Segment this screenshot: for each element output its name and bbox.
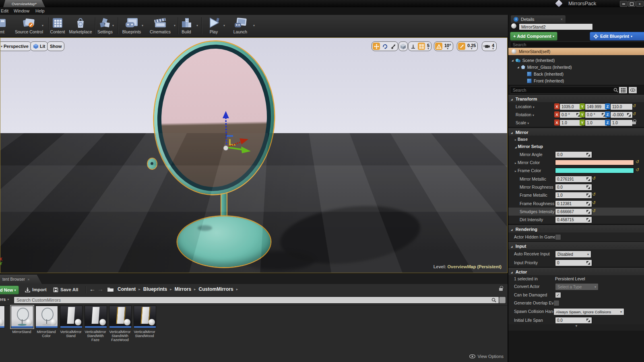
viewport-3d[interactable]: ▾ Perspective Lit Show 5▾ 10: [0, 37, 508, 273]
revert-button[interactable]: ↺: [636, 167, 639, 173]
save-search-button[interactable]: [499, 297, 506, 303]
close-button[interactable]: ×: [636, 1, 644, 7]
convert-actor-dropdown[interactable]: Select a Type▾: [555, 283, 599, 290]
revert-button[interactable]: ↺: [632, 111, 636, 117]
revert-button[interactable]: ↺: [636, 159, 639, 165]
filters-button[interactable]: ilters ▾: [0, 297, 9, 302]
component-row-self[interactable]: MirrorStand(self): [508, 48, 644, 55]
revert-button[interactable]: ↺: [592, 192, 596, 197]
grid-snap-toggle[interactable]: [418, 43, 425, 50]
section-rendering[interactable]: ◢ Rendering: [508, 225, 644, 233]
asset-thumb-cut[interactable]: [0, 306, 5, 328]
rotation-label[interactable]: Rotation ▾: [516, 112, 534, 117]
spinner-icon[interactable]: [586, 202, 590, 206]
component-row-scene[interactable]: ◢ Scene (Inherited): [512, 57, 555, 64]
spinner-icon[interactable]: [586, 218, 590, 222]
scale-x-field[interactable]: 1.0: [559, 119, 582, 126]
component-row-back[interactable]: Back (Inherited): [527, 70, 564, 77]
component-row-front[interactable]: Front (Inherited): [527, 77, 564, 84]
section-mirror[interactable]: ◢ Mirror: [508, 128, 644, 136]
maximize-button[interactable]: [628, 1, 636, 7]
frame-roughness-field[interactable]: 0.12381: [555, 200, 592, 207]
toolbar-source-control-button[interactable]: Source Control: [16, 16, 42, 34]
toolbar-save-current-button[interactable]: rrent: [0, 16, 13, 34]
camera-speed-group[interactable]: 4▾: [482, 41, 497, 51]
mirror-base-row[interactable]: ▸ Base: [508, 136, 644, 143]
surface-snap-button[interactable]: [409, 43, 417, 50]
details-tab-close-icon[interactable]: ×: [561, 17, 563, 21]
spinner-icon[interactable]: [586, 319, 590, 322]
mirror-metallic-field[interactable]: 0.276191: [555, 176, 592, 183]
mirror-stand-base[interactable]: [178, 216, 270, 267]
transform-gizmo[interactable]: [202, 109, 254, 158]
minimize-button[interactable]: [620, 1, 627, 7]
details-expand-more-button[interactable]: ▼: [508, 324, 644, 331]
launch-caret-icon[interactable]: ▾: [253, 24, 255, 27]
lit-mode-button[interactable]: Lit: [30, 41, 48, 51]
add-component-button[interactable]: + Add Component ▾: [510, 32, 557, 41]
section-actor[interactable]: ◢ Actor: [508, 268, 644, 276]
import-button[interactable]: Import: [25, 286, 47, 294]
revert-button[interactable]: ↺: [592, 208, 596, 214]
components-filter-input[interactable]: Search: [510, 41, 644, 48]
show-menu-button[interactable]: Show: [47, 41, 64, 51]
mirror-color-swatch[interactable]: [555, 160, 634, 165]
rotation-y-field[interactable]: 0.0 °: [585, 111, 607, 118]
toolbar-content-button[interactable]: Content: [45, 16, 70, 34]
rotation-snap-value[interactable]: 10°▾: [444, 43, 452, 49]
tab-close-icon[interactable]: ×: [27, 278, 29, 282]
input-priority-field[interactable]: 0: [555, 259, 592, 266]
scale-snap-toggle[interactable]: [458, 43, 465, 50]
spinner-icon[interactable]: [586, 210, 590, 214]
component-row-mirror-glass[interactable]: ◢ Mirror_Glass (Inherited): [517, 64, 572, 70]
asset-search-input[interactable]: Search CustomMirrors: [14, 296, 499, 304]
expander-icon[interactable]: ◢: [512, 59, 514, 62]
spinner-icon[interactable]: [586, 193, 590, 197]
add-new-button[interactable]: d New ▾: [0, 286, 19, 294]
menu-window[interactable]: Window: [14, 8, 29, 13]
content-browser-tab[interactable]: tent Browser ×: [0, 275, 42, 284]
rotation-z-field[interactable]: -0.000: [610, 111, 633, 118]
spinner-icon[interactable]: [586, 261, 590, 265]
nav-back-button[interactable]: ←: [89, 286, 95, 292]
edit-blueprint-button[interactable]: Edit Blueprint ▾: [590, 32, 644, 41]
toolbar-cinematics-button[interactable]: Cinematics: [147, 16, 173, 34]
mirror-roughness-field[interactable]: 0.0: [555, 184, 592, 191]
breadcrumb-custommirrors[interactable]: CustomMirrors: [199, 286, 233, 292]
scale-y-field[interactable]: 1.0: [585, 119, 607, 126]
scale-tool-button[interactable]: [390, 43, 397, 50]
asset-thumb-verticalmirrorstandwood[interactable]: [134, 306, 156, 328]
level-indicator[interactable]: Level: OverviewMap (Persistent): [433, 264, 502, 269]
rotation-x-field[interactable]: 0.0 °: [559, 111, 582, 118]
toolbar-play-button[interactable]: Play: [201, 16, 227, 34]
mirror-angle-field[interactable]: 0.0: [555, 151, 592, 158]
frame-color-swatch[interactable]: [555, 168, 634, 173]
spinner-icon[interactable]: [586, 153, 590, 156]
can-be-damaged-checkbox[interactable]: ✓: [555, 292, 561, 298]
blueprints-caret-icon[interactable]: ▾: [142, 24, 143, 27]
settings-caret-icon[interactable]: ▾: [112, 24, 114, 27]
toolbar-settings-button[interactable]: Settings: [92, 16, 118, 34]
location-label[interactable]: Location ▾: [516, 104, 535, 109]
toolbar-marketplace-button[interactable]: Marketplace: [68, 16, 93, 34]
grid-snap-value[interactable]: 5▾: [426, 43, 430, 49]
section-input[interactable]: ◢ Input: [508, 242, 644, 250]
expander-icon[interactable]: ◢: [517, 66, 519, 68]
toolbar-launch-button[interactable]: Launch: [227, 16, 253, 34]
lock-sources-icon[interactable]: [499, 288, 503, 291]
breadcrumb-content[interactable]: Content: [118, 286, 136, 292]
perspective-button[interactable]: ▾ Perspective: [0, 41, 31, 51]
revert-button[interactable]: ↺: [592, 200, 596, 206]
breadcrumb-mirrors[interactable]: Mirrors: [175, 286, 191, 292]
revert-button[interactable]: ↺: [632, 103, 636, 109]
scale-snap-value[interactable]: 0.25▾: [466, 43, 477, 49]
location-x-field[interactable]: 1035.0: [559, 103, 582, 110]
section-transform[interactable]: ◢ Transform: [508, 95, 644, 103]
scale-label[interactable]: Scale ▾: [516, 120, 529, 125]
asset-thumb-verticalmirrorstandwithfazewood[interactable]: [109, 306, 132, 328]
rotation-snap-toggle[interactable]: [435, 43, 442, 50]
dirt-intensity-field[interactable]: 0.458715: [555, 216, 592, 223]
details-tab[interactable]: i Details ×: [511, 15, 566, 23]
display-options-button[interactable]: [628, 86, 637, 94]
save-all-button[interactable]: Save All: [53, 286, 78, 294]
